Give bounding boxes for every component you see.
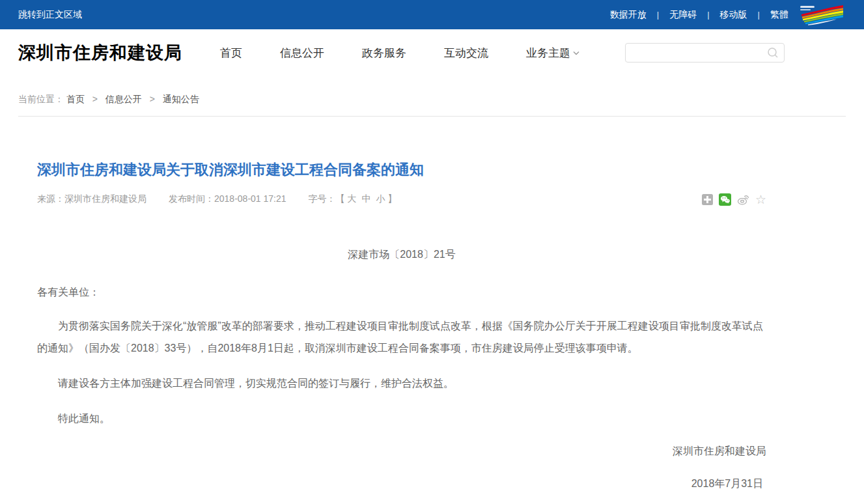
document-body: 深建市场〔2018〕21号 各有关单位： 为贯彻落实国务院关于深化“放管服”改革… [37, 244, 766, 495]
site-header: 深圳市住房和建设局 首页 信息公开 政务服务 互动交流 业务主题 [0, 29, 864, 76]
nav-item-label: 业务主题 [526, 46, 570, 61]
nav-item-gov-services[interactable]: 政务服务 [362, 46, 406, 61]
signature: 深圳市住房和建设局 [37, 440, 766, 462]
breadcrumb-separator: > [92, 94, 98, 104]
nav-item-home[interactable]: 首页 [220, 46, 242, 61]
topbar-link-traditional[interactable]: 繁體 [770, 9, 788, 21]
skip-to-content-link[interactable]: 跳转到正文区域 [18, 9, 82, 21]
topbar-link-mobile[interactable]: 移动版 [720, 9, 747, 21]
topbar-link-data-open[interactable]: 数据开放 [610, 9, 647, 21]
separator: | [758, 10, 760, 20]
breadcrumb-separator: > [150, 94, 155, 104]
rainbow-wing-icon [799, 5, 846, 25]
wechat-share-icon[interactable] [719, 193, 731, 206]
weibo-share-icon[interactable] [737, 194, 749, 205]
article: 深圳市住房和建设局关于取消深圳市建设工程合同备案的通知 来源：深圳市住房和建设局… [37, 161, 766, 495]
nav-item-interaction[interactable]: 互动交流 [444, 46, 488, 61]
shenzhen-gov-wing-logo[interactable] [799, 5, 846, 25]
topbar-links: 数据开放 | 无障碍 | 移动版 | 繁體 [610, 5, 846, 25]
fontsize-small-button[interactable]: 小 [376, 193, 385, 204]
favorite-star-icon[interactable]: ☆ [755, 193, 766, 206]
chevron-down-icon [573, 51, 579, 55]
salutation: 各有关单位： [37, 281, 766, 303]
meta-fontsize: 字号：【大中小】 [309, 193, 397, 205]
main-nav: 首页 信息公开 政务服务 互动交流 业务主题 [220, 46, 617, 61]
document-date: 2018年7月31日 [37, 473, 766, 495]
article-title: 深圳市住房和建设局关于取消深圳市建设工程合同备案的通知 [37, 161, 766, 178]
paragraph: 特此通知。 [37, 408, 766, 430]
fontsize-large-button[interactable]: 大 [348, 193, 357, 204]
meta-source-label: 来源： [37, 193, 64, 204]
breadcrumb-label: 当前位置： [18, 94, 64, 104]
meta-time-label: 发布时间： [169, 193, 214, 204]
article-meta: 来源：深圳市住房和建设局 发布时间：2018-08-01 17:21 字号：【大… [37, 193, 766, 206]
nav-item-business-topics[interactable]: 业务主题 [526, 46, 579, 61]
site-title: 深圳市住房和建设局 [18, 41, 182, 64]
meta-publish-time: 发布时间：2018-08-01 17:21 [169, 193, 286, 205]
paragraph: 为贯彻落实国务院关于深化“放管服”改革的部署要求，推动工程建设项目审批制度试点改… [37, 315, 766, 359]
document-number: 深建市场〔2018〕21号 [37, 244, 766, 266]
meta-source: 来源：深圳市住房和建设局 [37, 193, 146, 205]
separator: | [707, 10, 709, 20]
nav-item-info-disclosure[interactable]: 信息公开 [280, 46, 324, 61]
separator: | [657, 10, 659, 20]
fontsize-label: 字号： [309, 193, 336, 204]
fontsize-bracket-close: 】 [388, 193, 397, 204]
topbar: 跳转到正文区域 数据开放 | 无障碍 | 移动版 | 繁體 [0, 0, 864, 29]
search-input[interactable] [626, 44, 784, 62]
meta-source-value: 深圳市住房和建设局 [64, 193, 146, 204]
horizontal-divider [18, 116, 846, 117]
breadcrumb-notices[interactable]: 通知公告 [163, 94, 199, 104]
share-more-icon[interactable] [702, 194, 713, 205]
breadcrumb-home[interactable]: 首页 [66, 94, 85, 104]
paragraph: 请建设各方主体加强建设工程合同管理，切实规范合同的签订与履行，维护合法权益。 [37, 372, 766, 395]
share-toolbar: ☆ [702, 193, 766, 206]
meta-time-value: 2018-08-01 17:21 [214, 193, 286, 204]
breadcrumb-info-disclosure[interactable]: 信息公开 [105, 94, 142, 104]
fontsize-medium-button[interactable]: 中 [362, 193, 371, 204]
topbar-link-accessibility[interactable]: 无障碍 [669, 9, 697, 21]
search-box [625, 43, 785, 63]
breadcrumb: 当前位置： 首页 > 信息公开 > 通知公告 [0, 76, 864, 105]
fontsize-bracket-open: 【 [336, 193, 345, 204]
search-icon[interactable] [767, 47, 779, 61]
